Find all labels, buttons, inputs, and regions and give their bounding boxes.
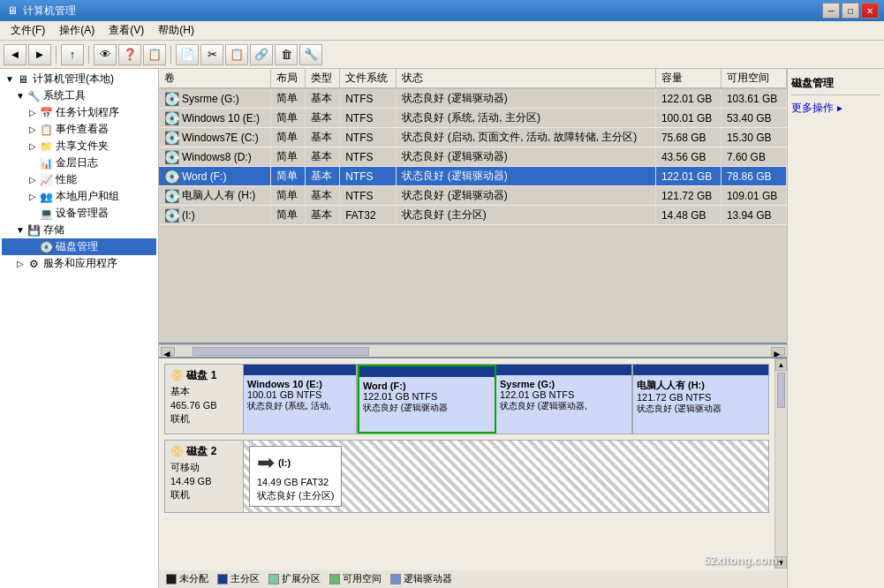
toolbar-btn-10[interactable]: 🔧	[299, 44, 322, 65]
toolbar-btn-3[interactable]: ❓	[118, 44, 141, 65]
cell-layout: 简单	[271, 109, 306, 128]
scroll-right-btn[interactable]: ►	[771, 347, 785, 356]
more-actions-chevron-icon: ►	[835, 103, 844, 113]
maximize-button[interactable]: □	[842, 3, 859, 19]
svc-expand-icon: ▷	[14, 258, 26, 270]
table-row[interactable]: 💽(I:) 简单 基本 FAT32 状态良好 (主分区) 14.48 GB 13…	[159, 206, 787, 225]
cell-fs: FAT32	[340, 206, 397, 225]
forward-button[interactable]: ►	[28, 44, 51, 65]
sidebar-item-performance[interactable]: ▷ 📈 性能	[2, 171, 156, 188]
cell-layout: 简单	[271, 147, 306, 167]
cell-vol: 💽Word (F:)	[159, 167, 271, 186]
sidebar-item-disk-management[interactable]: 💽 磁盘管理	[2, 238, 156, 255]
toolbar-btn-9[interactable]: 🗑	[275, 44, 298, 65]
perf-expand-icon: ▷	[26, 174, 39, 186]
menu-file[interactable]: 文件(F)	[4, 21, 52, 40]
toolbar-btn-7[interactable]: 📋	[225, 44, 248, 65]
table-row[interactable]: 💽Word (F:) 简单 基本 NTFS 状态良好 (逻辑驱动器) 122.0…	[159, 167, 787, 186]
toolbar-btn-5[interactable]: 📄	[176, 44, 199, 65]
cell-type: 基本	[306, 109, 340, 128]
disk1-e-status: 状态良好 (系统, 活动,	[247, 400, 352, 412]
disk1-partition-g[interactable]: Sysrme (G:) 122.01 GB NTFS 状态良好 (逻辑驱动器,	[496, 365, 633, 433]
disk1-partition-f[interactable]: Word (F:) 122.01 GB NTFS 状态良好 (逻辑驱动器	[358, 365, 496, 433]
menu-view[interactable]: 查看(V)	[102, 21, 151, 40]
col-free[interactable]: 可用空间	[721, 69, 786, 88]
sidebar-item-shared-folders[interactable]: ▷ 📁 共享文件夹	[2, 138, 156, 155]
table-row[interactable]: 💽Sysrme (G:) 简单 基本 NTFS 状态良好 (逻辑驱动器) 122…	[159, 88, 787, 109]
scroll-thumb[interactable]	[777, 373, 785, 408]
cell-vol: 💽Windows7E (C:)	[159, 128, 271, 147]
toolbar-btn-6[interactable]: ✂	[200, 44, 223, 65]
col-fs[interactable]: 文件系统	[340, 69, 397, 88]
sidebar-item-services[interactable]: ▷ ⚙ 服务和应用程序	[2, 255, 156, 272]
computer-icon: 🖥	[16, 72, 30, 87]
disk-visual-scrollbar[interactable]: ▲ ▼	[774, 358, 787, 569]
disk1-g-size: 122.01 GB NTFS	[500, 389, 628, 400]
show-hide-button[interactable]: 👁	[94, 44, 117, 65]
event-expand-icon: ▷	[26, 124, 39, 136]
disk-visual-wrapper: 📀 磁盘 1 基本 465.76 GB 联机 Windows 10 (E:)	[159, 357, 787, 569]
col-vol[interactable]: 卷	[159, 69, 271, 88]
disk1-h-name: 电脑人人有 (H:)	[637, 379, 765, 392]
sidebar-item-storage[interactable]: ▼ 💾 存储	[2, 222, 156, 238]
disk2-status: 联机	[170, 488, 238, 501]
disk2-partition-i[interactable]: ➡ (I:) 14.49 GB FAT32 状态良好 (主分区)	[244, 441, 768, 512]
disk1-partition-h[interactable]: 电脑人人有 (H:) 121.72 GB NTFS 状态良好 (逻辑驱动器	[633, 365, 768, 433]
sidebar-item-local-log[interactable]: 📊 金层日志	[2, 155, 156, 171]
disk2-size: 14.49 GB	[170, 476, 238, 486]
disk1-partitions: Windows 10 (E:) 100.01 GB NTFS 状态良好 (系统,…	[244, 364, 769, 434]
disk-mgmt-expand-icon	[26, 241, 39, 253]
disk1-partition-e[interactable]: Windows 10 (E:) 100.01 GB NTFS 状态良好 (系统,…	[244, 365, 358, 433]
col-type[interactable]: 类型	[306, 69, 340, 88]
menu-action[interactable]: 操作(A)	[52, 21, 102, 40]
disk-mgmt-icon: 💽	[39, 240, 53, 254]
col-status[interactable]: 状态	[397, 69, 656, 88]
table-row[interactable]: 💽电脑人人有 (H:) 简单 基本 NTFS 状态良好 (逻辑驱动器) 121.…	[159, 186, 787, 206]
scroll-up-arrow[interactable]: ▲	[775, 358, 787, 371]
cell-vol: 💽Windows8 (D:)	[159, 147, 271, 167]
col-cap[interactable]: 容量	[655, 69, 721, 88]
disk2-label: 📀 磁盘 2 可移动 14.49 GB 联机	[164, 440, 244, 513]
disk2-i-size: 14.49 GB FAT32	[257, 477, 334, 487]
close-button[interactable]: ✕	[861, 3, 879, 19]
menu-help[interactable]: 帮助(H)	[151, 21, 201, 40]
sidebar-item-event-viewer[interactable]: ▷ 📋 事件查看器	[2, 121, 156, 138]
disk1-f-size: 122.01 GB NTFS	[363, 391, 491, 402]
col-layout[interactable]: 布局	[271, 69, 306, 88]
main-right: 卷 布局 类型 文件系统 状态 容量 可用空间 💽Sysrme (G:) 简单 …	[159, 69, 884, 588]
actions-title: 磁盘管理	[791, 72, 880, 95]
up-button[interactable]: ↑	[61, 44, 84, 65]
toolbar-btn-8[interactable]: 🔗	[250, 44, 273, 65]
sidebar-item-system-tools[interactable]: ▼ 🔧 系统工具	[2, 87, 156, 104]
horizontal-scrollbar[interactable]: ◄ ►	[159, 344, 787, 357]
cell-type: 基本	[306, 88, 340, 109]
cell-status: 状态良好 (逻辑驱动器)	[397, 147, 656, 167]
scroll-down-arrow[interactable]: ▼	[775, 556, 787, 569]
table-row[interactable]: 💽Windows 10 (E:) 简单 基本 NTFS 状态良好 (系统, 活动…	[159, 109, 787, 128]
legend-free-space: 可用空间	[329, 572, 382, 585]
legend-primary: 主分区	[217, 572, 260, 585]
more-actions-link[interactable]: 更多操作 ►	[791, 99, 880, 117]
sidebar-item-task-scheduler[interactable]: ▷ 📅 任务计划程序	[2, 104, 156, 121]
sidebar-root[interactable]: ▼ 🖥 计算机管理(本地)	[2, 71, 156, 87]
cell-free: 7.60 GB	[721, 147, 786, 167]
table-row[interactable]: 💽Windows8 (D:) 简单 基本 NTFS 状态良好 (逻辑驱动器) 4…	[159, 147, 787, 167]
log-expand-icon	[26, 157, 39, 170]
device-expand-icon	[26, 207, 39, 220]
scrollbar-thumb[interactable]	[193, 347, 369, 356]
sidebar-item-device-manager[interactable]: 💻 设备管理器	[2, 205, 156, 222]
disk1-status: 联机	[170, 412, 238, 426]
sidebar-item-local-users[interactable]: ▷ 👥 本地用户和组	[2, 188, 156, 205]
svc-icon: ⚙	[26, 257, 41, 271]
cell-vol: 💽电脑人人有 (H:)	[159, 186, 271, 206]
toolbar-btn-4[interactable]: 📋	[143, 44, 166, 65]
cell-free: 78.86 GB	[721, 167, 786, 186]
back-button[interactable]: ◄	[4, 44, 26, 65]
minimize-button[interactable]: ─	[822, 3, 840, 19]
task-icon: 📅	[39, 106, 53, 120]
table-row[interactable]: 💽Windows7E (C:) 简单 基本 NTFS 状态良好 (启动, 页面文…	[159, 128, 787, 147]
sidebar: ▼ 🖥 计算机管理(本地) ▼ 🔧 系统工具 ▷ 📅 任务计划程序 ▷ 📋 事件…	[0, 69, 159, 588]
scroll-left-btn[interactable]: ◄	[161, 347, 175, 356]
disk1-g-name: Sysrme (G:)	[500, 379, 628, 389]
disk1-e-name: Windows 10 (E:)	[247, 379, 352, 389]
